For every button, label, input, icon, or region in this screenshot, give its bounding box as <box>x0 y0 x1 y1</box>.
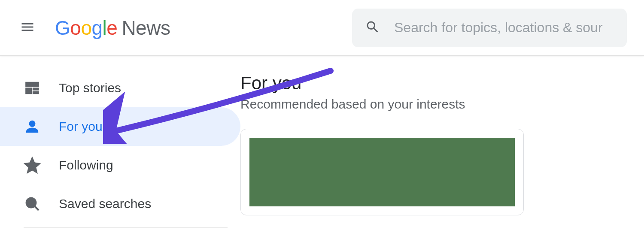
search-icon <box>365 19 393 36</box>
main-content: For you Recommended based on your intere… <box>240 56 644 228</box>
svg-point-0 <box>27 198 36 208</box>
sidebar: Top stories For you Following Saved sear… <box>0 56 240 228</box>
search-icon <box>24 195 41 212</box>
app-logo-suffix: News <box>122 16 170 39</box>
story-thumbnail <box>249 138 515 206</box>
top-stories-icon <box>24 79 41 97</box>
page-subtitle: Recommended based on your interests <box>240 97 644 112</box>
search-input[interactable] <box>393 19 614 36</box>
sidebar-divider <box>24 227 228 228</box>
sidebar-item-label: Saved searches <box>59 197 151 211</box>
hamburger-icon <box>20 19 35 36</box>
sidebar-item-top-stories[interactable]: Top stories <box>0 69 240 107</box>
person-icon <box>24 118 41 135</box>
sidebar-item-label: For you <box>59 119 103 134</box>
page-title: For you <box>240 73 644 94</box>
sidebar-item-following[interactable]: Following <box>0 146 240 185</box>
search-box[interactable] <box>352 9 627 47</box>
menu-button[interactable] <box>17 18 38 38</box>
story-card[interactable] <box>240 129 524 215</box>
svg-line-1 <box>34 206 39 210</box>
sidebar-item-for-you[interactable]: For you <box>0 107 240 146</box>
sidebar-item-label: Top stories <box>59 81 121 95</box>
star-icon <box>24 157 41 174</box>
app-logo[interactable]: Google News <box>55 16 170 39</box>
header: Google News <box>0 0 644 56</box>
sidebar-item-saved-searches[interactable]: Saved searches <box>0 185 240 223</box>
sidebar-item-label: Following <box>59 158 113 172</box>
